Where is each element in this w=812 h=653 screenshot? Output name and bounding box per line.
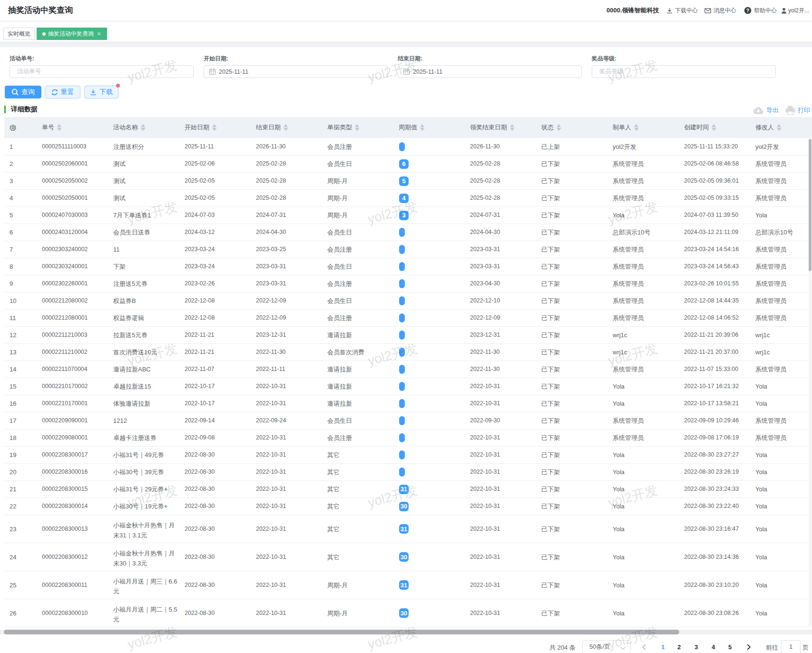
svg-text:?: ?: [746, 8, 749, 13]
